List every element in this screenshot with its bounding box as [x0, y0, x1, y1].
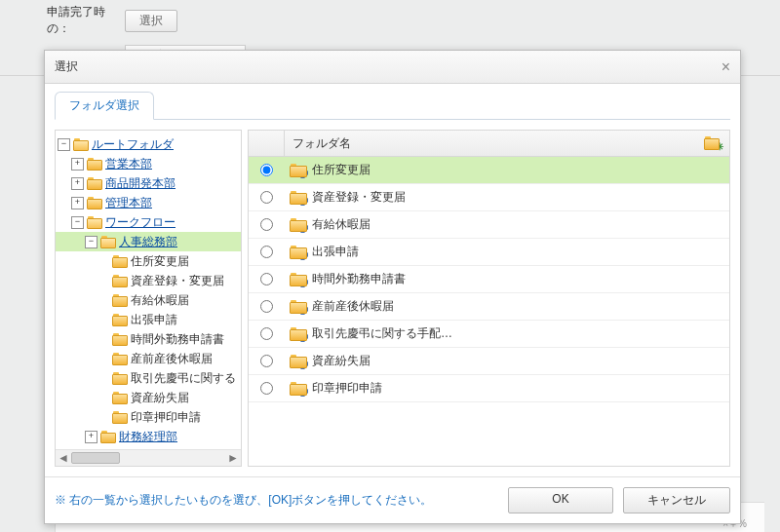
- folder-tree[interactable]: − ルートフォルダ +営業本部 +商品開発本部 +管理本部 −ワークフロー: [56, 131, 241, 449]
- shared-folder-icon: [290, 327, 307, 341]
- row-label: 産前産後休暇届: [312, 298, 394, 315]
- list-row[interactable]: 有給休暇届: [249, 211, 729, 239]
- tree-leaf[interactable]: 出張申請: [131, 312, 177, 328]
- tree-panel: − ルートフォルダ +営業本部 +商品開発本部 +管理本部 −ワークフロー: [55, 130, 242, 467]
- list-row[interactable]: 印章押印申請: [249, 375, 729, 402]
- folder-icon: [112, 392, 128, 404]
- row-radio[interactable]: [260, 327, 273, 340]
- tree-root[interactable]: ルートフォルダ: [92, 136, 174, 153]
- shared-folder-icon: [290, 382, 307, 396]
- folder-open-icon: [73, 138, 89, 151]
- folder-icon: [112, 275, 128, 287]
- horizontal-scrollbar[interactable]: ◄ ►: [56, 449, 241, 466]
- row-radio[interactable]: [260, 382, 273, 395]
- tree-hr-general[interactable]: 人事総務部: [119, 234, 177, 250]
- tree-finance[interactable]: 財務経理部: [119, 429, 177, 445]
- scrollbar-thumb[interactable]: [71, 452, 120, 464]
- tree-management[interactable]: 管理本部: [105, 195, 152, 211]
- tree-leaf[interactable]: 取引先慶弔に関する: [131, 370, 236, 387]
- scroll-right-icon[interactable]: ►: [225, 451, 241, 465]
- expander-icon[interactable]: −: [71, 216, 84, 229]
- tree-product-dev[interactable]: 商品開発本部: [105, 175, 176, 192]
- row-radio[interactable]: [260, 273, 273, 285]
- folder-icon: [112, 353, 128, 365]
- row-label: 資産紛失届: [312, 353, 370, 369]
- shared-folder-icon: [290, 273, 307, 286]
- close-icon[interactable]: ×: [722, 59, 730, 75]
- row-radio[interactable]: [260, 355, 273, 367]
- shared-folder-icon: [290, 355, 307, 368]
- row-label: 出張申請: [312, 244, 359, 260]
- row-radio[interactable]: [260, 191, 273, 204]
- row-label: 有給休暇届: [312, 216, 370, 233]
- row-label: 住所変更届: [312, 162, 370, 178]
- row-radio[interactable]: [260, 218, 273, 231]
- tree-sales[interactable]: 営業本部: [105, 156, 152, 172]
- tree-leaf[interactable]: 住所変更届: [131, 253, 189, 270]
- folder-icon: [100, 431, 116, 443]
- folder-icon: [112, 255, 128, 268]
- tree-workflow[interactable]: ワークフロー: [105, 214, 176, 231]
- row-radio[interactable]: [260, 164, 273, 176]
- row-label: 印章押印申請: [312, 380, 382, 397]
- tab-strip: フォルダ選択: [45, 84, 740, 120]
- list-header: フォルダ名 ✳: [249, 131, 729, 157]
- cancel-button[interactable]: キャンセル: [623, 487, 730, 513]
- folder-icon: [112, 333, 128, 346]
- row-label: 資産登録・変更届: [312, 189, 406, 206]
- tree-leaf[interactable]: 時間外勤務申請書: [131, 331, 224, 348]
- folder-icon: [87, 158, 102, 171]
- expander-icon[interactable]: +: [71, 158, 84, 171]
- row-label: 時間外勤務申請書: [312, 271, 406, 287]
- list-row[interactable]: 時間外勤務申請書: [249, 266, 729, 293]
- expander-icon[interactable]: +: [71, 177, 84, 190]
- dialog-titlebar: 選択 ×: [45, 51, 740, 84]
- row-radio[interactable]: [260, 300, 273, 313]
- list-row[interactable]: 取引先慶弔に関する手配…: [249, 321, 729, 348]
- folder-open-icon: [87, 216, 102, 229]
- scroll-left-icon[interactable]: ◄: [56, 451, 71, 465]
- list-row[interactable]: 資産登録・変更届: [249, 184, 729, 211]
- tree-leaf[interactable]: 資産登録・変更届: [131, 273, 224, 289]
- column-folder-name[interactable]: フォルダ名: [292, 135, 351, 152]
- dialog-footer: ※ 右の一覧から選択したいものを選び、[OK]ボタンを押してください。 OK キ…: [45, 476, 740, 523]
- folder-icon: [112, 411, 128, 424]
- shared-folder-icon: [290, 191, 307, 205]
- folder-icon: [112, 314, 128, 326]
- tab-folder-select[interactable]: フォルダ選択: [55, 92, 154, 120]
- ok-button[interactable]: OK: [508, 487, 613, 513]
- list-row[interactable]: 住所変更届: [249, 157, 729, 184]
- shared-folder-icon: [290, 246, 307, 259]
- folder-icon: [112, 372, 128, 385]
- folder-icon: [87, 177, 102, 190]
- list-row[interactable]: 資産紛失届: [249, 348, 729, 375]
- tree-leaf[interactable]: 印章押印申請: [131, 409, 201, 426]
- expander-icon[interactable]: +: [85, 431, 98, 443]
- new-folder-icon[interactable]: ✳: [704, 136, 722, 150]
- row-label: 取引先慶弔に関する手配…: [312, 325, 452, 342]
- folder-icon: [87, 197, 102, 209]
- expander-icon[interactable]: +: [71, 197, 84, 209]
- expander-icon[interactable]: −: [85, 236, 98, 248]
- tree-leaf[interactable]: 有給休暇届: [131, 292, 189, 309]
- folder-icon: [112, 294, 128, 307]
- select-dialog: 選択 × フォルダ選択 − ルートフォルダ: [44, 50, 741, 524]
- tree-leaf[interactable]: 産前産後休暇届: [131, 351, 213, 367]
- list-row[interactable]: 産前産後休暇届: [249, 293, 729, 321]
- tree-leaf[interactable]: 資産紛失届: [131, 390, 189, 406]
- hint-text: ※ 右の一覧から選択したいものを選び、[OK]ボタンを押してください。: [55, 492, 432, 509]
- list-panel: フォルダ名 ✳ 住所変更届資産登録・変更届有給休暇届出張申請時間外勤務申請書産前…: [248, 130, 730, 467]
- shared-folder-icon: [290, 164, 307, 177]
- list-row[interactable]: 出張申請: [249, 239, 729, 266]
- folder-list[interactable]: 住所変更届資産登録・変更届有給休暇届出張申請時間外勤務申請書産前産後休暇届取引先…: [249, 157, 729, 466]
- row-radio[interactable]: [260, 246, 273, 258]
- expander-icon[interactable]: −: [58, 138, 70, 151]
- folder-open-icon: [100, 236, 116, 248]
- dialog-title: 選択: [55, 58, 78, 75]
- shared-folder-icon: [290, 300, 307, 314]
- shared-folder-icon: [290, 218, 307, 232]
